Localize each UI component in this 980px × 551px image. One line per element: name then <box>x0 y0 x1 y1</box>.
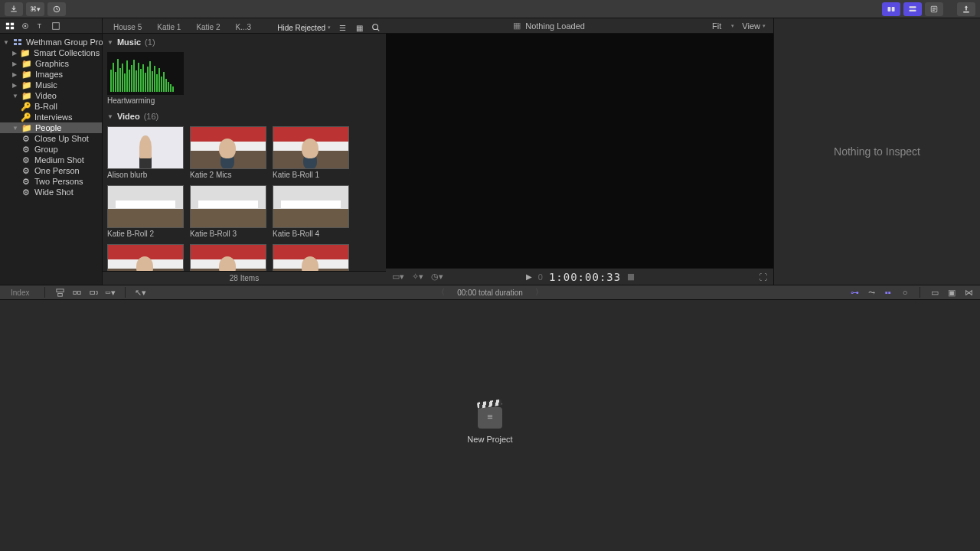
skimming-icon[interactable]: ⊶ <box>849 287 860 298</box>
clip-item[interactable]: Heartwarming <box>107 52 184 105</box>
folder-icon: 📁 <box>22 91 31 100</box>
chevron-down-icon: ▾ <box>731 23 734 29</box>
keyword-button[interactable]: ⌘▾ <box>26 2 44 16</box>
timeline-layout-button[interactable] <box>903 2 922 16</box>
library-name: Wethman Group Promo <box>26 37 115 47</box>
clip-item[interactable] <box>273 244 349 271</box>
folder-icon: 📁 <box>22 59 31 68</box>
tree-item-music[interactable]: ▶ 📁 Music <box>0 80 102 90</box>
snapping-icon[interactable]: ○ <box>900 287 910 298</box>
timeline-toolbar: Index ▾ ↖▾ 〈 00:00 total duration 〉 ⊶ ⤳ … <box>0 285 980 300</box>
tree-item-graphics[interactable]: ▶ 📁 Graphics <box>0 58 102 69</box>
tree-item-wide-shot[interactable]: ⚙Wide Shot <box>0 187 102 197</box>
share-button[interactable] <box>957 2 975 16</box>
viewer-canvas[interactable] <box>386 34 773 268</box>
overwrite-clip-icon[interactable]: ▾ <box>105 287 116 298</box>
timeline[interactable]: New Project <box>0 300 980 551</box>
clip-appearance-icon[interactable]: ▦ <box>354 22 364 33</box>
timeline-duration: 00:00 total duration <box>457 289 523 297</box>
browser-content[interactable]: ▼ Music (1) Heartwarming ▼ Video (16) A <box>103 34 386 271</box>
tree-item-one-person[interactable]: ⚙One Person <box>0 165 102 176</box>
tree-item-b-roll[interactable]: 🔑 B-Roll <box>0 101 102 112</box>
video-thumbnail <box>107 244 184 271</box>
tree-item-video[interactable]: ▼ 📁 Video <box>0 90 102 101</box>
gear-icon: ⚙ <box>21 166 31 175</box>
section-count: (1) <box>145 37 155 47</box>
select-tool-icon[interactable]: ↖▾ <box>135 287 145 298</box>
tree-label: Wide Shot <box>34 187 74 197</box>
browser-tab[interactable]: House 5 <box>107 21 148 33</box>
inspector-layout-button[interactable] <box>925 2 943 16</box>
svg-point-18 <box>373 24 378 30</box>
filter-label: Hide Rejected <box>277 24 325 32</box>
tree-item-images[interactable]: ▶ 📁 Images <box>0 69 102 80</box>
clip-label: Katie B-Roll 1 <box>273 171 349 179</box>
tree-item-people[interactable]: ▼ 📁 People <box>0 122 102 133</box>
clip-item[interactable]: Katie B-Roll 4 <box>273 185 349 238</box>
inspector-empty-label: Nothing to Inspect <box>834 145 920 158</box>
svg-rect-15 <box>18 39 21 41</box>
insert-clip-icon[interactable] <box>71 287 82 298</box>
tree-item-two-persons[interactable]: ⚙Two Persons <box>0 176 102 187</box>
svg-rect-9 <box>11 26 14 28</box>
audio-skimming-icon[interactable]: ⤳ <box>866 287 877 298</box>
retime-tool-icon[interactable]: ◷▾ <box>431 272 443 282</box>
titles-tab-icon[interactable]: T <box>35 21 46 31</box>
index-button[interactable]: Index <box>5 287 35 298</box>
generators-tab-icon[interactable] <box>51 21 61 31</box>
fit-dropdown[interactable]: Fit▾ <box>712 21 734 31</box>
tree-item-medium-shot[interactable]: ⚙Medium Shot <box>0 155 102 165</box>
section-header-video[interactable]: ▼ Video (16) <box>107 109 381 123</box>
clip-appearance-icon[interactable]: ▭ <box>929 287 940 298</box>
play-button[interactable]: ▶ <box>526 272 532 281</box>
browser-tab[interactable]: Katie 2 <box>190 21 226 33</box>
svg-rect-7 <box>11 22 14 24</box>
libraries-tab-icon[interactable] <box>5 21 15 31</box>
video-thumbnail <box>273 126 349 169</box>
clip-appearance-icon[interactable]: ▦ <box>513 21 521 31</box>
bg-tasks-button[interactable] <box>47 2 66 16</box>
browser-tab[interactable]: Katie 1 <box>151 21 187 33</box>
clip-item[interactable]: Katie 2 Mics <box>190 126 266 179</box>
timeline-history-forward[interactable]: 〉 <box>535 287 543 298</box>
solo-icon[interactable]: ▪▪ <box>883 287 893 298</box>
video-thumbnail <box>107 185 184 228</box>
folder-icon: 📁 <box>22 80 31 90</box>
browser-tab[interactable]: K...3 <box>230 21 258 33</box>
library-root-row[interactable]: ▼ Wethman Group Promo <box>0 37 102 47</box>
clip-item[interactable]: Katie B-Roll 1 <box>273 126 349 179</box>
timeline-history-back[interactable]: 〈 <box>437 287 445 298</box>
append-clip-icon[interactable] <box>88 287 99 298</box>
tree-item-smart-collections[interactable]: ▶ 📁 Smart Collections <box>0 47 102 58</box>
view-dropdown[interactable]: View▾ <box>742 21 766 31</box>
clip-label: Katie B-Roll 4 <box>273 230 349 238</box>
section-header-music[interactable]: ▼ Music (1) <box>107 35 381 49</box>
disclosure-icon: ▶ <box>12 71 18 78</box>
browser-layout-button[interactable] <box>882 2 900 16</box>
clip-item[interactable] <box>190 244 266 271</box>
new-project-button[interactable]: New Project <box>467 407 512 444</box>
tree-label: Video <box>35 91 57 100</box>
tree-item-interviews[interactable]: 🔑 Interviews <box>0 112 102 122</box>
transform-tool-icon[interactable]: ▭▾ <box>392 272 404 282</box>
clip-item[interactable]: Katie B-Roll 3 <box>190 185 266 238</box>
fullscreen-icon[interactable]: ⛶ <box>759 272 767 282</box>
audio-meter-icon[interactable]: ▮▮ <box>627 272 633 282</box>
color-tool-icon[interactable]: ✧▾ <box>412 272 423 282</box>
transitions-browser-icon[interactable]: ⋈ <box>963 287 974 298</box>
clip-item[interactable]: Alison blurb <box>107 126 184 179</box>
filter-dropdown[interactable]: Hide Rejected▾ <box>277 24 331 32</box>
tree-item-close-up-shot[interactable]: ⚙Close Up Shot <box>0 133 102 144</box>
connect-clip-icon[interactable] <box>54 287 65 298</box>
list-view-icon[interactable]: ☰ <box>337 22 348 33</box>
clapperboard-icon <box>478 407 502 429</box>
svg-rect-3 <box>910 6 916 8</box>
import-button[interactable] <box>5 2 23 16</box>
svg-rect-4 <box>910 9 916 11</box>
search-icon[interactable] <box>371 22 381 33</box>
effects-browser-icon[interactable]: ▣ <box>946 287 957 298</box>
clip-item[interactable] <box>107 244 184 271</box>
photos-tab-icon[interactable] <box>20 21 31 31</box>
clip-item[interactable]: Katie B-Roll 2 <box>107 185 184 238</box>
tree-item-group[interactable]: ⚙Group <box>0 144 102 155</box>
